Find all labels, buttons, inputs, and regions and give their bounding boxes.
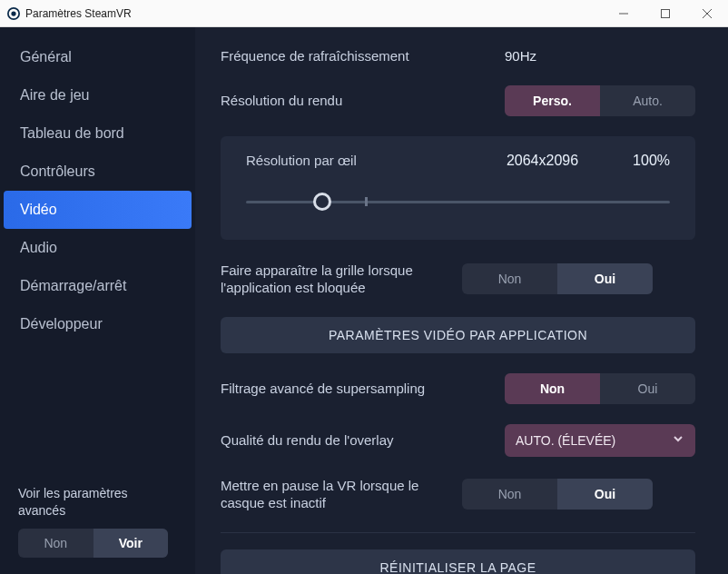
grid-yes[interactable]: Oui xyxy=(557,263,653,294)
ss-filter-label: Filtrage avancé de supersampling xyxy=(221,380,490,398)
sidebar-item-developer[interactable]: Développeur xyxy=(0,305,195,343)
overlay-quality-selected: AUTO. (ÉLEVÉE) xyxy=(516,433,672,448)
advanced-settings-label: Voir les paramètres avancés xyxy=(18,485,177,520)
pause-vr-no[interactable]: Non xyxy=(462,479,557,510)
sidebar-item-startup[interactable]: Démarrage/arrêt xyxy=(0,267,195,305)
steamvr-icon xyxy=(7,7,20,20)
grid-label: Faire apparaître la grille lorsque l'app… xyxy=(221,262,448,297)
reset-page-button[interactable]: RÉINITIALISER LA PAGE xyxy=(221,549,695,575)
advanced-on[interactable]: Voir xyxy=(93,529,169,558)
refresh-value: 90Hz xyxy=(505,48,695,64)
slider-tick xyxy=(365,197,368,206)
ss-filter-yes[interactable]: Oui xyxy=(600,373,695,404)
render-res-auto[interactable]: Auto. xyxy=(600,85,695,116)
overlay-quality-row: Qualité du rendu de l'overlay AUTO. (ÉLE… xyxy=(221,424,695,457)
sidebar-item-video[interactable]: Vidéo xyxy=(4,191,192,229)
render-res-row: Résolution du rendu Perso. Auto. xyxy=(221,85,695,116)
chevron-down-icon xyxy=(672,432,684,449)
titlebar: Paramètres SteamVR xyxy=(0,0,728,27)
overlay-quality-dropdown[interactable]: AUTO. (ÉLEVÉE) xyxy=(505,424,695,457)
advanced-off[interactable]: Non xyxy=(18,529,93,558)
close-button[interactable] xyxy=(686,0,728,27)
svg-rect-3 xyxy=(662,9,670,17)
resolution-slider[interactable] xyxy=(246,193,670,211)
advanced-settings-toggle[interactable]: Non Voir xyxy=(18,529,168,558)
ss-filter-toggle[interactable]: Non Oui xyxy=(505,373,695,404)
render-res-label: Résolution du rendu xyxy=(221,92,490,110)
per-eye-label: Résolution par œil xyxy=(246,153,507,168)
main-panel: Fréquence de rafraîchissement 90Hz Résol… xyxy=(195,27,728,574)
overlay-quality-label: Qualité du rendu de l'overlay xyxy=(221,431,490,450)
resolution-panel: Résolution par œil 2064x2096 100% xyxy=(221,136,695,240)
ss-filter-row: Filtrage avancé de supersampling Non Oui xyxy=(221,373,695,404)
svg-point-1 xyxy=(11,11,15,15)
window-title: Paramètres SteamVR xyxy=(25,7,603,20)
render-res-toggle[interactable]: Perso. Auto. xyxy=(505,85,695,116)
render-res-custom[interactable]: Perso. xyxy=(505,85,600,116)
refresh-label: Fréquence de rafraîchissement xyxy=(221,47,490,65)
sidebar-item-audio[interactable]: Audio xyxy=(0,229,195,267)
per-eye-percent: 100% xyxy=(633,153,670,169)
per-eye-value: 2064x2096 xyxy=(507,153,578,169)
ss-filter-no[interactable]: Non xyxy=(505,373,600,404)
pause-vr-label: Mettre en pause la VR lorsque le casque … xyxy=(221,477,448,512)
sidebar: Général Aire de jeu Tableau de bord Cont… xyxy=(0,27,195,574)
minimize-button[interactable] xyxy=(603,0,644,27)
app-body: Général Aire de jeu Tableau de bord Cont… xyxy=(0,27,728,574)
pause-vr-toggle[interactable]: Non Oui xyxy=(462,479,653,510)
separator xyxy=(221,532,695,533)
slider-track xyxy=(246,201,670,203)
refresh-row: Fréquence de rafraîchissement 90Hz xyxy=(221,47,695,65)
sidebar-item-controllers[interactable]: Contrôleurs xyxy=(0,153,195,191)
grid-row: Faire apparaître la grille lorsque l'app… xyxy=(221,262,695,297)
per-app-settings-button[interactable]: PARAMÈTRES VIDÉO PAR APPLICATION xyxy=(221,317,695,353)
resolution-header: Résolution par œil 2064x2096 100% xyxy=(246,153,670,169)
maximize-button[interactable] xyxy=(644,0,686,27)
pause-vr-yes[interactable]: Oui xyxy=(557,479,653,510)
sidebar-item-general[interactable]: Général xyxy=(0,38,195,76)
sidebar-item-dashboard[interactable]: Tableau de bord xyxy=(0,114,195,153)
grid-toggle[interactable]: Non Oui xyxy=(462,263,653,294)
advanced-settings-block: Voir les paramètres avancés Non Voir xyxy=(0,472,195,574)
sidebar-item-play-area[interactable]: Aire de jeu xyxy=(0,76,195,114)
slider-knob[interactable] xyxy=(313,193,331,211)
pause-vr-row: Mettre en pause la VR lorsque le casque … xyxy=(221,477,695,512)
grid-no[interactable]: Non xyxy=(462,263,557,294)
